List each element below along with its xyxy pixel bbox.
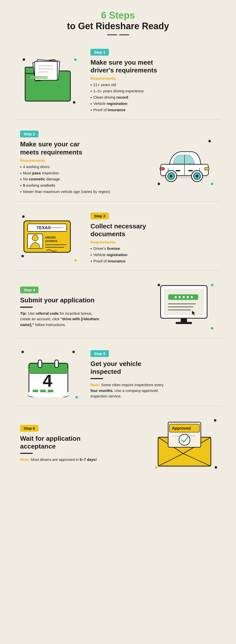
step2-illustration [156, 138, 213, 183]
title-divider [15, 34, 221, 35]
svg-text:LICENCE: LICENCE [45, 239, 57, 243]
step1-badge: Step 1 [90, 49, 109, 56]
svg-rect-53 [55, 360, 58, 368]
svg-rect-15 [176, 170, 180, 171]
step1-req-label: Requirements [90, 76, 216, 80]
step1-content: Step 1 Make sure you meetdriver's requir… [85, 49, 221, 113]
svg-text:DRIVER: DRIVER [45, 236, 56, 239]
step3-content: Step 3 Collect necessarydocuments Requir… [85, 213, 221, 265]
step4-divider [20, 307, 33, 308]
step4-section: Step 4 Submit your application Tip: Use … [15, 276, 221, 338]
svg-point-39 [179, 296, 181, 298]
step6-title: Wait for applicationacceptance [20, 435, 146, 450]
step3-illustration: TEXAS DRIVER LICENCE [20, 213, 78, 260]
svg-rect-36 [164, 289, 204, 315]
step2-req-label: Requirements [20, 158, 146, 163]
main-title: 6 Steps to Get Rideshare Ready [15, 10, 221, 31]
step6-badge: Step 6 [20, 425, 38, 432]
svg-rect-48 [176, 322, 192, 324]
step1-title: Make sure you meetdriver's requirements [90, 59, 216, 74]
step3-req-label: Requirements [90, 240, 216, 244]
divider-dash-left [107, 34, 117, 35]
divider-dash-right [119, 34, 129, 35]
list-item: Proof of insurance [90, 107, 216, 113]
dot6 [158, 183, 160, 185]
step6-section: Step 6 Wait for applicationacceptance No… [15, 411, 221, 476]
svg-rect-52 [38, 360, 42, 368]
svg-point-40 [183, 296, 185, 298]
svg-rect-24 [160, 168, 164, 170]
step2-badge: Step 2 [20, 131, 38, 137]
list-item: Newer than maximum vehicle age (varies b… [20, 189, 146, 195]
step5-section: 4 Step 5 Get your vehicleinspected N [15, 343, 221, 406]
svg-rect-16 [188, 170, 193, 171]
step4-badge: Step 4 [20, 287, 38, 293]
svg-text:TEXAS: TEXAS [36, 225, 51, 230]
step6-content: Step 6 Wait for applicationacceptance No… [15, 425, 151, 463]
list-item: No cosmetic damage [20, 176, 146, 183]
step6-illustration: Approved [153, 417, 218, 470]
step2-req-list: 4 working doors Must pass inspection No … [20, 164, 146, 195]
step4-tip: Tip: Use referral code for incentive bon… [20, 311, 101, 328]
step6-image: Approved [151, 417, 221, 470]
step5-divider [90, 378, 103, 379]
step3-badge: Step 3 [90, 213, 109, 219]
dot4 [208, 140, 211, 142]
svg-rect-59 [28, 392, 68, 395]
list-item: 4 working doors [20, 164, 146, 170]
title-black: to Get Rideshare Ready [15, 21, 221, 31]
svg-text:4: 4 [43, 371, 52, 390]
step5-badge: Step 5 [90, 350, 109, 357]
list-item: Vehicle registration [90, 101, 216, 107]
list-item: Vehicle registration [90, 252, 216, 258]
step3-title: Collect necessarydocuments [90, 222, 216, 238]
list-item: Clean driving record [90, 95, 216, 101]
svg-point-41 [187, 296, 189, 298]
svg-point-19 [170, 175, 172, 177]
step5-title: Get your vehicleinspected [90, 360, 216, 376]
svg-text:Approved: Approved [172, 426, 191, 430]
dot2 [74, 58, 77, 61]
step2-image [151, 138, 221, 188]
dot12 [211, 327, 213, 330]
page-container: 6 Steps to Get Rideshare Ready [0, 0, 236, 491]
step6-divider [20, 453, 33, 454]
step4-image [151, 282, 221, 332]
step5-image: 4 [15, 349, 85, 400]
step4-illustration [156, 282, 213, 328]
step1-section: Step 1 Make sure you meetdriver's requir… [15, 43, 221, 119]
step1-req-list: 21+ years old 1–3+ years driving experie… [90, 82, 216, 113]
step4-title: Submit your application [20, 296, 146, 304]
dot5 [211, 183, 213, 185]
step4-content: Step 4 Submit your application Tip: Use … [15, 287, 151, 328]
list-item: 1–3+ years driving experience [90, 88, 216, 95]
svg-point-22 [196, 175, 198, 177]
step3-image: TEXAS DRIVER LICENCE [15, 213, 85, 264]
step5-content: Step 5 Get your vehicleinspected Note: S… [85, 350, 221, 399]
svg-rect-8 [30, 76, 48, 79]
title-colored: 6 Steps [15, 10, 221, 21]
svg-point-30 [32, 235, 38, 241]
list-item: Proof of insurance [90, 258, 216, 265]
list-item: 5 working seatbelts [20, 183, 146, 189]
list-item: Must pass inspection [20, 170, 146, 177]
step6-note: Note: Most drivers are approved in 5–7 d… [20, 457, 101, 463]
list-item: 21+ years old [90, 82, 216, 88]
step2-content: Step 2 Make sure your carmeets requireme… [15, 131, 151, 195]
dot15 [75, 396, 78, 398]
step5-note: Note: Some cities require inspections ev… [90, 382, 171, 399]
step1-illustration [20, 56, 75, 104]
svg-point-42 [191, 296, 193, 298]
step3-req-list: Driver's license Vehicle registration Pr… [90, 246, 216, 264]
step2-section: Step 2 Make sure your carmeets requireme… [15, 125, 221, 201]
dot8 [74, 259, 77, 262]
list-item: Driver's license [90, 246, 216, 252]
svg-rect-23 [205, 168, 209, 170]
step2-title: Make sure your carmeets requirements [20, 140, 146, 156]
step5-illustration: 4 [20, 349, 78, 397]
svg-point-38 [175, 296, 177, 298]
step3-section: TEXAS DRIVER LICENCE [15, 207, 221, 271]
step1-image [15, 56, 85, 106]
